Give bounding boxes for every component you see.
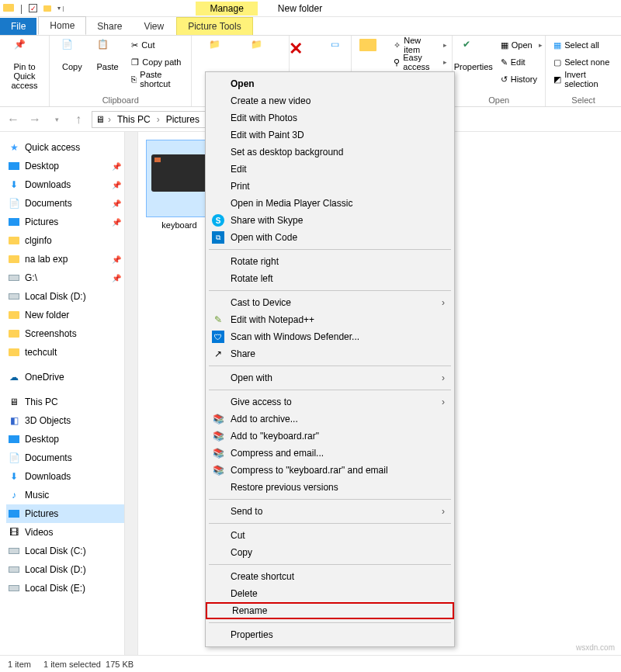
sidebar-onedrive[interactable]: ☁OneDrive [6,368,124,386]
cut-button[interactable]: ✂Cut [130,37,185,53]
newitem-icon: ✧ [394,40,401,50]
copy-path-button[interactable]: ❐Copy path [130,54,185,70]
edit-button[interactable]: ✎Edit [499,54,544,70]
sidebar-music[interactable]: ♪Music [6,486,124,504]
sidebar-newfolder[interactable]: New folder [6,306,124,324]
sidebar-scrollbar[interactable] [124,132,138,655]
moveto-button[interactable]: 📁 [200,39,239,61]
ctx-vscode[interactable]: ⧉Open with Code [207,229,453,246]
ctx-add-kbrar[interactable]: 📚Add to "keyboard.rar" [207,428,453,445]
chevron-right-icon: › [442,506,445,517]
status-item-count: 1 item [8,660,31,669]
ctx-mpc[interactable]: Open in Media Player Classic [207,195,453,212]
sidebar-downloads2[interactable]: ⬇Downloads [6,467,124,486]
sidebar-g-drive[interactable]: G:\📌 [6,268,124,287]
ctx-send-to[interactable]: Send to› [207,503,453,520]
sidebar-quick-access[interactable]: ★Quick access [6,138,124,157]
paste-button[interactable]: 📋 Paste [92,39,124,87]
tab-file[interactable]: File [0,18,36,35]
sidebar-screenshots[interactable]: Screenshots [6,324,124,343]
sidebar-localdisk-e[interactable]: Local Disk (E:) [6,579,124,598]
sidebar-documents2[interactable]: 📄Documents [6,449,124,467]
invert-icon: ◩ [553,74,561,85]
ctx-notepadpp[interactable]: ✎Edit with Notepad++ [207,311,453,328]
ctx-open[interactable]: Open [207,75,453,92]
sidebar-3dobjects[interactable]: ◧3D Objects [6,411,124,430]
thumbnail [146,140,213,217]
tab-share[interactable]: Share [86,18,133,35]
sidebar-localdisk-c[interactable]: Local Disk (C:) [6,542,124,560]
paste-shortcut-button[interactable]: ⎘Paste shortcut [130,71,185,87]
copyto-button[interactable]: 📁 [242,39,281,61]
ctx-edit-paint3d[interactable]: Edit with Paint 3D [207,126,453,144]
delete-button[interactable]: ✕ [280,39,319,61]
pictures-icon [8,216,20,228]
moveto-icon: 📁 [209,39,231,61]
ctx-edit-photos[interactable]: Edit with Photos [207,109,453,126]
ctx-open-with[interactable]: Open with› [207,369,453,386]
sidebar-downloads[interactable]: ⬇Downloads📌 [6,175,124,194]
ctx-rotate-right[interactable]: Rotate right [207,253,453,270]
properties-button[interactable]: ✔ Properties [454,39,493,87]
invert-selection-button[interactable]: ◩Invert selection [552,71,615,87]
new-folder-button[interactable] [355,39,386,70]
manage-contextual-tab[interactable]: Manage [196,2,257,16]
ctx-cast[interactable]: Cast to Device› [207,294,453,311]
sidebar-techcult[interactable]: techcult [6,343,124,362]
recent-dropdown[interactable]: ▾ [48,116,65,123]
sidebar-localdisk-d[interactable]: Local Disk (D:) [6,287,124,306]
qat-dropdown-icon[interactable]: ▾ | [57,5,64,12]
new-item-button[interactable]: ✧New item [392,37,449,53]
ctx-add-archive[interactable]: 📚Add to archive... [207,410,453,428]
separator [209,499,451,500]
ctx-defender[interactable]: 🛡Scan with Windows Defender... [207,328,453,345]
tab-home[interactable]: Home [38,16,86,35]
ctx-set-background[interactable]: Set as desktop background [207,144,453,161]
history-button[interactable]: ↺History [499,71,544,87]
tab-picture-tools[interactable]: Picture Tools [176,17,252,35]
sidebar-desktop[interactable]: Desktop📌 [6,157,124,175]
pin-to-quick-access-button[interactable]: 📌 Pin to Quick access [5,39,44,90]
ctx-give-access[interactable]: Give access to› [207,393,453,410]
ctx-create-shortcut[interactable]: Create shortcut [207,568,453,585]
sidebar-documents[interactable]: 📄Documents📌 [6,194,124,213]
ctx-skype[interactable]: SShare with Skype [207,212,453,229]
up-button[interactable]: ↑ [70,113,87,126]
sidebar-pictures[interactable]: Pictures📌 [6,213,124,231]
ctx-copy[interactable]: Copy [207,544,453,561]
copy-button[interactable]: 📄 Copy [56,39,88,87]
back-button[interactable]: ← [5,113,22,126]
sidebar-clginfo[interactable]: clginfo [6,231,124,250]
crumb-thispc[interactable]: This PC [114,114,154,125]
ctx-restore-versions[interactable]: Restore previous versions [207,479,453,496]
file-keyboard[interactable]: keyboard [146,140,213,230]
ctx-properties[interactable]: Properties [207,626,453,643]
ctx-edit[interactable]: Edit [207,161,453,178]
sidebar-pictures2[interactable]: Pictures [6,504,124,523]
titlebar: | ✓ ▾ | Manage New folder [0,0,621,17]
ctx-rename[interactable]: Rename [206,602,454,619]
sidebar-localdisk-d2[interactable]: Local Disk (D:) [6,560,124,579]
sidebar-nalab[interactable]: na lab exp📌 [6,250,124,268]
ctx-compress-kb-email[interactable]: 📚Compress to "keyboard.rar" and email [207,462,453,479]
sidebar-thispc[interactable]: 🖥This PC [6,393,124,411]
select-none-button[interactable]: ▢Select none [552,54,615,70]
ctx-compress-email[interactable]: 📚Compress and email... [207,445,453,462]
ctx-delete[interactable]: Delete [207,585,453,602]
ctx-cut[interactable]: Cut [207,527,453,544]
sidebar-desktop2[interactable]: Desktop [6,430,124,449]
tab-view[interactable]: View [133,18,175,35]
ctx-print[interactable]: Print [207,178,453,195]
sidebar-videos[interactable]: 🎞Videos [6,523,124,542]
ctx-create-video[interactable]: Create a new video [207,92,453,109]
checkbox-icon[interactable]: ✓ [29,4,37,12]
separator [209,365,451,366]
forward-button[interactable]: → [26,113,43,126]
newfolder-icon [359,39,381,61]
open-button[interactable]: ▦Open [499,37,544,53]
easy-access-button[interactable]: ⚲Easy access [392,54,449,70]
select-all-button[interactable]: ▦Select all [552,37,615,53]
ctx-share[interactable]: ↗Share [207,345,453,362]
crumb-pictures[interactable]: Pictures [163,114,203,125]
ctx-rotate-left[interactable]: Rotate left [207,270,453,287]
